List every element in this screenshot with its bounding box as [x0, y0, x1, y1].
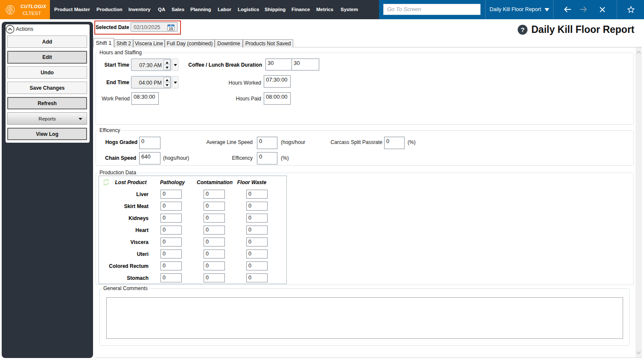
svg-text:15: 15 — [169, 26, 173, 31]
